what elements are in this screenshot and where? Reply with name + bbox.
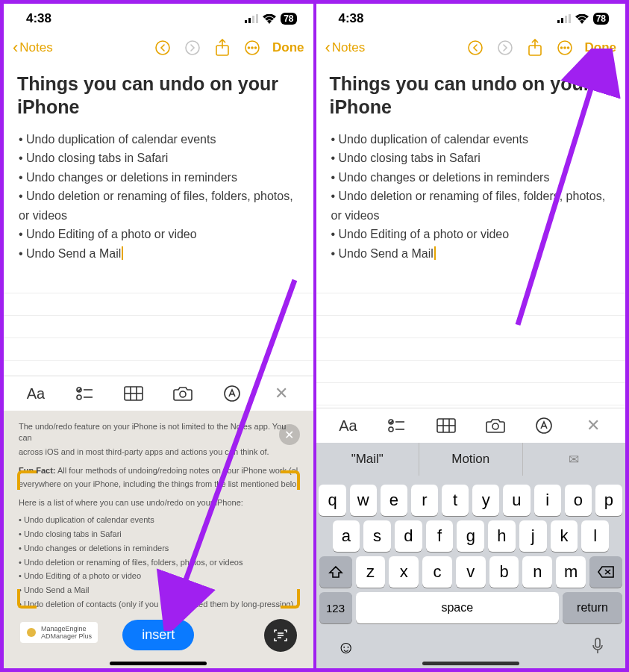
note-bullet[interactable]: • Undo closing tabs in Safari bbox=[330, 149, 613, 168]
undo-button[interactable] bbox=[463, 35, 488, 60]
close-format-button[interactable]: ✕ bbox=[268, 382, 295, 405]
note-content[interactable]: Things you can undo on your iPhone • Und… bbox=[316, 66, 626, 270]
table-button[interactable] bbox=[120, 382, 147, 405]
svg-rect-2 bbox=[252, 16, 254, 23]
key-r[interactable]: r bbox=[411, 485, 438, 516]
close-scan-button[interactable]: ✕ bbox=[279, 424, 300, 445]
suggestion[interactable]: Motion bbox=[419, 443, 523, 476]
note-title[interactable]: Things you can undo on your iPhone bbox=[17, 72, 300, 119]
key-d[interactable]: d bbox=[395, 520, 422, 552]
key-g[interactable]: g bbox=[457, 520, 484, 552]
more-button[interactable] bbox=[552, 35, 578, 60]
share-button[interactable] bbox=[522, 35, 548, 60]
checklist-button[interactable] bbox=[384, 414, 410, 437]
key-p[interactable]: p bbox=[595, 485, 622, 516]
key-space[interactable]: space bbox=[356, 592, 560, 623]
share-button[interactable] bbox=[210, 35, 235, 60]
key-b[interactable]: b bbox=[489, 556, 519, 588]
note-bullet[interactable]: • Undo deletion or renaming of files, fo… bbox=[330, 187, 613, 225]
format-toolbar: Aa ✕ bbox=[316, 408, 626, 443]
done-button[interactable]: Done bbox=[272, 40, 304, 55]
close-format-button[interactable]: ✕ bbox=[580, 414, 607, 437]
svg-point-39 bbox=[389, 427, 393, 432]
note-bullet[interactable]: • Undo duplication of calendar events bbox=[330, 130, 613, 149]
note-bullet[interactable]: • Undo Send a Mail bbox=[330, 244, 613, 264]
empty-lines-area[interactable] bbox=[4, 271, 313, 376]
key-v[interactable]: v bbox=[456, 556, 486, 588]
key-c[interactable]: c bbox=[422, 556, 452, 588]
key-m[interactable]: m bbox=[556, 556, 586, 588]
note-bullet[interactable]: • Undo changes or deletions in reminders bbox=[17, 168, 300, 187]
key-y[interactable]: y bbox=[472, 485, 499, 516]
note-bullet[interactable]: • Undo Send a Mail bbox=[17, 244, 300, 264]
key-e[interactable]: e bbox=[381, 485, 407, 516]
key-u[interactable]: u bbox=[503, 485, 530, 516]
back-button[interactable]: ‹ Notes bbox=[325, 38, 366, 57]
redo-button[interactable] bbox=[180, 35, 205, 60]
undo-button[interactable] bbox=[150, 35, 175, 60]
note-title[interactable]: Things you can undo on your iPhone bbox=[330, 72, 613, 119]
done-button[interactable]: Done bbox=[585, 40, 617, 55]
key-f[interactable]: f bbox=[426, 520, 454, 552]
text-format-button[interactable]: Aa bbox=[22, 382, 49, 405]
status-bar: 4:38 78 bbox=[4, 4, 313, 29]
redo-button[interactable] bbox=[492, 35, 518, 60]
key-l[interactable]: l bbox=[581, 520, 609, 552]
suggestion-emoji[interactable]: ✉ bbox=[523, 443, 626, 476]
insert-button[interactable]: insert bbox=[122, 620, 194, 650]
note-bullet[interactable]: • Undo deletion or renaming of files, fo… bbox=[17, 187, 300, 225]
key-a[interactable]: a bbox=[333, 520, 360, 552]
emoji-button[interactable]: ☺ bbox=[337, 637, 356, 658]
key-i[interactable]: i bbox=[534, 485, 561, 516]
checklist-button[interactable] bbox=[72, 382, 98, 405]
back-button[interactable]: ‹ Notes bbox=[13, 38, 53, 57]
svg-rect-49 bbox=[595, 638, 600, 647]
note-bullet[interactable]: • Undo Editing of a photo or video bbox=[17, 225, 300, 244]
dictation-button[interactable] bbox=[591, 637, 604, 658]
key-x[interactable]: x bbox=[389, 556, 419, 588]
key-h[interactable]: h bbox=[488, 520, 516, 552]
svg-point-31 bbox=[498, 41, 512, 55]
svg-point-5 bbox=[186, 41, 199, 55]
empty-lines-area[interactable] bbox=[316, 271, 626, 408]
key-j[interactable]: j bbox=[519, 520, 547, 552]
note-bullet[interactable]: • Undo Editing of a photo or video bbox=[330, 225, 613, 244]
home-indicator[interactable] bbox=[422, 662, 519, 665]
home-indicator[interactable] bbox=[110, 662, 207, 665]
key-z[interactable]: z bbox=[356, 556, 386, 588]
key-numbers[interactable]: 123 bbox=[319, 592, 352, 623]
key-o[interactable]: o bbox=[565, 485, 592, 516]
scanned-text-preview: The undo/redo feature on your iPhone is … bbox=[19, 421, 298, 610]
table-button[interactable] bbox=[433, 414, 460, 437]
key-w[interactable]: w bbox=[350, 485, 377, 516]
keyboard: q w e r t y u i o p a s d f g h j k l z bbox=[316, 476, 626, 632]
chevron-left-icon: ‹ bbox=[13, 38, 18, 57]
key-delete[interactable] bbox=[589, 556, 622, 588]
battery-indicator: 78 bbox=[281, 13, 296, 25]
key-n[interactable]: n bbox=[522, 556, 552, 588]
note-bullet[interactable]: • Undo closing tabs in Safari bbox=[17, 149, 300, 168]
format-toolbar: Aa ✕ bbox=[4, 376, 313, 411]
markup-button[interactable] bbox=[531, 414, 557, 437]
suggestion[interactable]: "Mail" bbox=[316, 443, 420, 476]
svg-rect-3 bbox=[256, 14, 258, 23]
key-return[interactable]: return bbox=[563, 592, 622, 623]
key-s[interactable]: s bbox=[363, 520, 391, 552]
key-k[interactable]: k bbox=[551, 520, 578, 552]
key-q[interactable]: q bbox=[319, 485, 345, 516]
note-bullet[interactable]: • Undo changes or deletions in reminders bbox=[330, 168, 613, 187]
key-shift[interactable] bbox=[319, 556, 352, 588]
markup-button[interactable] bbox=[219, 382, 245, 405]
back-label: Notes bbox=[332, 40, 365, 55]
note-bullet[interactable]: • Undo duplication of calendar events bbox=[17, 130, 300, 149]
note-content[interactable]: Things you can undo on your iPhone • Und… bbox=[4, 66, 313, 270]
camera-button[interactable] bbox=[482, 414, 509, 437]
more-button[interactable] bbox=[240, 35, 265, 60]
svg-point-19 bbox=[180, 391, 186, 397]
text-format-button[interactable]: Aa bbox=[334, 414, 361, 437]
key-t[interactable]: t bbox=[442, 485, 469, 516]
manageengine-logo bbox=[26, 627, 37, 638]
live-text-button[interactable] bbox=[264, 619, 297, 652]
camera-button[interactable] bbox=[169, 382, 196, 405]
cellular-icon bbox=[245, 14, 258, 23]
